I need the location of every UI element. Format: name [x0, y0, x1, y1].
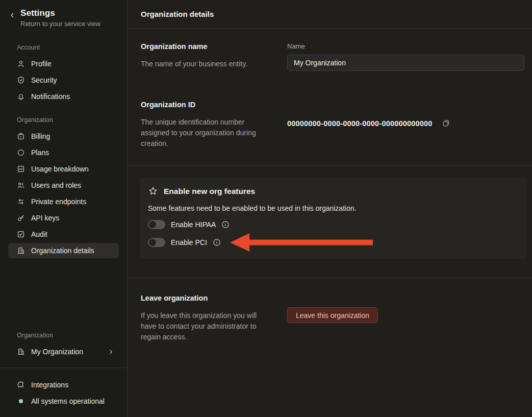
sidebar-item-label: Profile [31, 60, 52, 68]
info-icon[interactable] [213, 238, 221, 247]
integrations-label: Integrations [31, 381, 68, 389]
hipaa-toggle-label: Enable HIPAA [171, 220, 216, 229]
pci-toggle-label: Enable PCI [171, 238, 207, 247]
back-button[interactable] [7, 9, 17, 21]
status-label: All systems operational [31, 397, 105, 405]
name-field-label: Name [287, 42, 524, 50]
sidebar-item-plans[interactable]: Plans [8, 145, 119, 160]
leave-organization-button[interactable]: Leave this organization [287, 307, 378, 323]
settings-sidebar: Settings Return to your service view Acc… [0, 0, 128, 417]
sidebar-item-billing[interactable]: Billing [8, 129, 119, 144]
hipaa-toggle-row: Enable HIPAA [148, 219, 517, 230]
chevron-right-icon [108, 349, 114, 355]
section-label-account: Account [17, 44, 119, 51]
annotation-arrow-icon [230, 233, 373, 252]
org-details-section: Organization name The name of your busin… [128, 29, 532, 165]
sidebar-item-private-endpoints[interactable]: Private endpoints [8, 194, 119, 209]
copy-button[interactable] [441, 118, 451, 129]
sidebar-item-label: Private endpoints [31, 198, 86, 206]
arrows-swap-icon [17, 198, 25, 206]
org-name-row: Organization name The name of your busin… [141, 42, 524, 71]
main-content: Organization details Organization name T… [128, 0, 532, 417]
org-name-input[interactable] [287, 55, 524, 71]
sidebar-item-label: Notifications [31, 92, 70, 101]
chevron-left-icon [9, 12, 15, 18]
sidebar-item-label: Organization details [31, 247, 94, 255]
features-card-title: Enable new org features [164, 187, 255, 196]
leave-description: If you leave this organization you will … [141, 310, 269, 342]
status-dot-icon [19, 399, 23, 403]
sidebar-header: Settings Return to your service view [0, 0, 127, 28]
users-icon [17, 181, 25, 189]
features-card-description: Some features need to be enabled to be u… [148, 204, 517, 212]
org-switcher-button[interactable]: My Organization [8, 344, 119, 359]
billing-icon [17, 132, 25, 140]
puzzle-icon [17, 381, 25, 389]
main-header: Organization details [128, 0, 532, 29]
leave-title: Leave organization [141, 294, 287, 302]
pci-toggle[interactable] [148, 238, 165, 247]
org-switcher-value: My Organization [31, 348, 83, 356]
org-name-description: The name of your business entity. [141, 59, 269, 69]
org-switcher-label: Organization [17, 332, 119, 339]
info-icon[interactable] [221, 220, 230, 229]
sidebar-item-label: Security [31, 76, 57, 84]
features-card: Enable new org features Some features ne… [140, 178, 527, 259]
org-id-value: 00000000-0000-0000-0000-000000000000 [287, 119, 433, 128]
org-id-description: The unique identification number assigne… [141, 117, 269, 149]
copy-icon [442, 119, 450, 128]
sidebar-item-label: Billing [31, 132, 50, 140]
sidebar-item-label: Users and roles [31, 181, 81, 189]
integrations-link[interactable]: Integrations [8, 377, 119, 393]
bell-icon [17, 92, 25, 101]
sidebar-item-label: Plans [31, 149, 49, 157]
sidebar-item-security[interactable]: Security [8, 72, 119, 88]
sidebar-subtitle: Return to your service view [20, 20, 100, 28]
sidebar-item-label: API keys [31, 214, 59, 222]
page-title: Organization details [141, 10, 214, 18]
shield-check-icon [17, 76, 25, 84]
pci-toggle-row: Enable PCI [148, 237, 517, 248]
system-status-link[interactable]: All systems operational [8, 394, 119, 409]
sidebar-item-api-keys[interactable]: API keys [8, 210, 119, 226]
usage-chart-icon [17, 165, 25, 173]
key-icon [17, 214, 25, 222]
org-name-title: Organization name [141, 42, 287, 51]
sidebar-footer: Integrations All systems operational [0, 368, 127, 417]
sidebar-item-label: Audit [31, 230, 47, 238]
sidebar-item-organization-details[interactable]: Organization details [8, 243, 119, 258]
sidebar-item-audit[interactable]: Audit [8, 227, 119, 242]
section-label-organization: Organization [17, 116, 119, 124]
sidebar-item-label: Usage breakdown [31, 165, 89, 173]
sidebar-title: Settings [20, 8, 100, 18]
audit-icon [17, 230, 25, 238]
sidebar-item-usage-breakdown[interactable]: Usage breakdown [8, 161, 119, 177]
org-switcher: Organization My Organization [0, 320, 127, 367]
building-icon [17, 247, 25, 255]
sidebar-nav: Account Profile Security Notifications O… [0, 32, 127, 259]
sidebar-item-notifications[interactable]: Notifications [8, 89, 119, 104]
leave-organization-section: Leave organization If you leave this org… [128, 278, 532, 342]
org-id-title: Organization ID [141, 101, 287, 109]
hipaa-toggle[interactable] [148, 220, 165, 229]
building-icon [17, 348, 25, 356]
star-icon [148, 186, 158, 197]
features-section: Enable new org features Some features ne… [128, 166, 532, 278]
user-icon [17, 60, 25, 68]
org-id-row: Organization ID The unique identificatio… [141, 101, 524, 149]
sidebar-item-profile[interactable]: Profile [8, 56, 119, 71]
sidebar-item-users-and-roles[interactable]: Users and roles [8, 178, 119, 193]
circle-icon [17, 149, 25, 157]
